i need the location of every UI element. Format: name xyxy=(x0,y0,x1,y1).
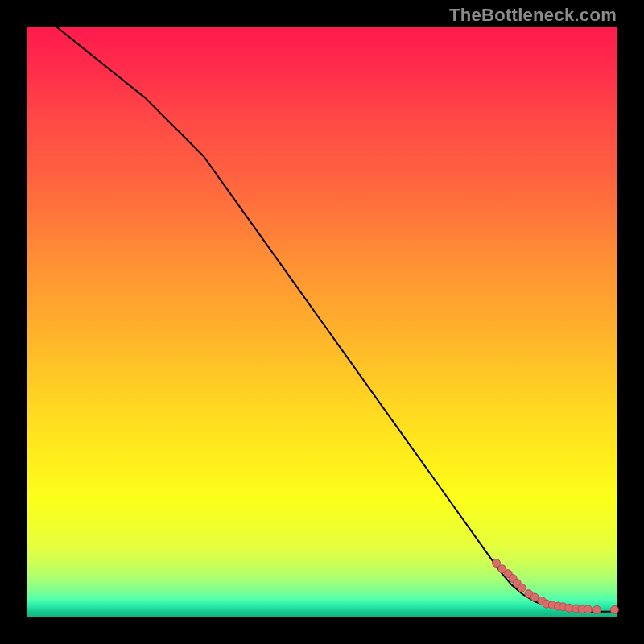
bottleneck-curve xyxy=(56,27,617,612)
data-point xyxy=(584,605,592,613)
watermark-text: TheBottleneck.com xyxy=(449,5,617,26)
data-point xyxy=(518,584,526,592)
chart-overlay xyxy=(27,27,617,617)
scatter-dots xyxy=(493,559,619,614)
data-point xyxy=(610,606,618,614)
chart-frame: TheBottleneck.com xyxy=(0,0,644,644)
data-point xyxy=(592,606,601,614)
